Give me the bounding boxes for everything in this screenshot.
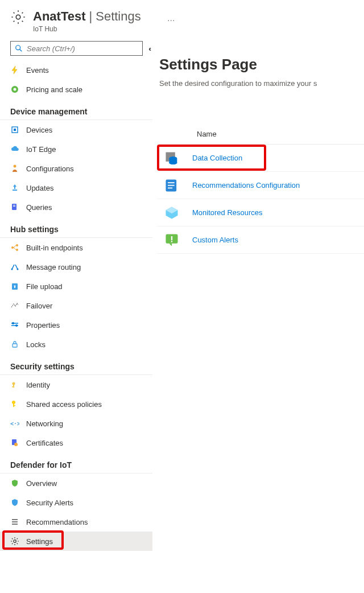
identity-icon [10,380,19,389]
sas-icon [10,400,19,409]
sidebar-item-label: Certificates [26,439,63,447]
more-actions-button[interactable]: … [167,9,176,23]
gear-icon [10,9,26,27]
sidebar-item-label: Security Alerts [26,499,73,507]
sidebar-search[interactable] [10,41,143,56]
sidebar-group-heading: Device management [0,99,152,120]
title-separator: | [89,9,93,24]
svg-rect-43 [168,182,175,183]
sidebar-item-locks[interactable]: Locks [0,335,152,354]
sidebar-item-certificates[interactable]: Certificates [0,433,152,452]
settings-link[interactable]: Recommendations Configuration [192,181,300,190]
sidebar-item-recommendations[interactable]: Recommendations [0,512,152,532]
props-icon [10,320,19,330]
sidebar-item-label: Shared access policies [26,400,102,409]
sidebar-item-updates[interactable]: Updates [0,178,152,197]
svg-point-4 [14,88,16,91]
svg-line-2 [20,50,22,52]
sidebar-item-built-in-endpoints[interactable]: Built-in endpoints [0,238,152,257]
sidebar-item-file-upload[interactable]: File upload [0,277,152,296]
svg-point-18 [17,269,19,270]
sidebar-item-label: Pricing and scale [26,85,82,94]
lightning-icon [10,65,19,75]
search-input[interactable] [27,44,139,53]
collapse-sidebar-button[interactable]: ‹‹ [146,44,151,53]
sidebar-item-message-routing[interactable]: Message routing [0,257,152,277]
settings-row-custom-alerts[interactable]: Custom Alerts [157,227,364,254]
queries-icon [10,203,19,212]
shield-al-icon [10,498,19,507]
svg-line-16 [14,248,16,250]
gear-icon [10,537,19,546]
endpoints-icon [10,243,19,252]
svg-rect-49 [171,236,172,240]
svg-point-1 [16,46,20,50]
svg-point-41 [169,161,177,164]
mon-res-icon [164,205,180,221]
sidebar-item-shared-access-policies[interactable]: Shared access policies [0,394,152,414]
svg-rect-36 [12,524,18,525]
service-type-label: IoT Hub [33,25,141,33]
page-title: Settings Page [159,56,364,79]
svg-point-12 [11,246,14,249]
sidebar-item-label: Built-in endpoints [26,244,83,252]
sidebar-item-failover[interactable]: Failover [0,296,152,315]
sidebar-item-label: Properties [26,321,60,330]
settings-link[interactable]: Data Collection [192,154,242,162]
sidebar-item-label: Identity [26,381,50,389]
svg-rect-27 [12,386,14,388]
sidebar-item-configurations[interactable]: Configurations [0,159,152,178]
data-coll-icon [164,150,180,166]
svg-point-14 [16,249,18,251]
sidebar-item-properties[interactable]: Properties [0,315,152,335]
svg-rect-45 [168,187,172,188]
sidebar-item-label: Settings [26,537,53,546]
sidebar-item-networking[interactable]: <·>Networking [0,414,152,433]
shield-ov-icon [10,479,19,488]
resource-name: AnatTest [33,9,86,24]
cloud-icon [10,145,19,154]
failover-icon [10,301,19,310]
settings-row-recommendations-configuration[interactable]: Recommendations Configuration [157,172,364,199]
sidebar-group-heading: Defender for IoT [0,452,152,473]
svg-rect-34 [12,519,18,520]
sidebar-item-settings[interactable]: Settings [0,532,152,551]
settings-list: Data CollectionRecommendations Configura… [157,145,364,254]
svg-rect-6 [14,129,16,131]
recs-icon [10,517,19,526]
sidebar-item-pricing-and-scale[interactable]: Pricing and scale [0,80,152,99]
pricing-icon [10,85,19,94]
sidebar-item-label: File upload [26,282,63,291]
svg-point-13 [16,244,18,246]
sidebar-item-iot-edge[interactable]: IoT Edge [0,139,152,159]
settings-row-monitored-resources[interactable]: Monitored Resources [157,199,364,227]
sidebar-item-label: Recommendations [26,518,88,526]
alerts-icon [164,232,180,248]
sidebar-item-queries[interactable]: Queries [0,197,152,217]
main-content: Settings Page Set the desired configurat… [157,36,364,593]
lock-icon [10,340,19,349]
svg-point-33 [14,443,18,446]
blade-subtitle: Settings [96,9,141,24]
settings-row-data-collection[interactable]: Data Collection [157,145,364,172]
svg-rect-44 [168,184,175,186]
svg-rect-50 [171,241,172,242]
sidebar-item-label: Overview [26,479,57,488]
sidebar-item-label: Updates [26,184,53,192]
sidebar-item-label: Configurations [26,164,74,173]
sidebar-item-label: IoT Edge [26,145,56,154]
sidebar-item-identity[interactable]: Identity [0,375,152,394]
settings-link[interactable]: Monitored Resources [192,208,263,217]
svg-rect-35 [12,521,18,522]
column-header-name: Name [157,130,364,145]
sidebar-item-devices[interactable]: Devices [0,120,152,139]
sidebar-item-label: Networking [26,419,63,428]
svg-text:<·>: <·> [10,421,19,427]
sidebar-item-overview[interactable]: Overview [0,473,152,493]
sidebar-nav: EventsPricing and scaleDevice management… [0,60,157,593]
sidebar-item-security-alerts[interactable]: Security Alerts [0,493,152,512]
sidebar-item-label: Events [26,66,49,75]
sidebar-item-events[interactable]: Events [0,60,152,80]
settings-link[interactable]: Custom Alerts [192,236,238,244]
upload-icon [10,282,19,291]
